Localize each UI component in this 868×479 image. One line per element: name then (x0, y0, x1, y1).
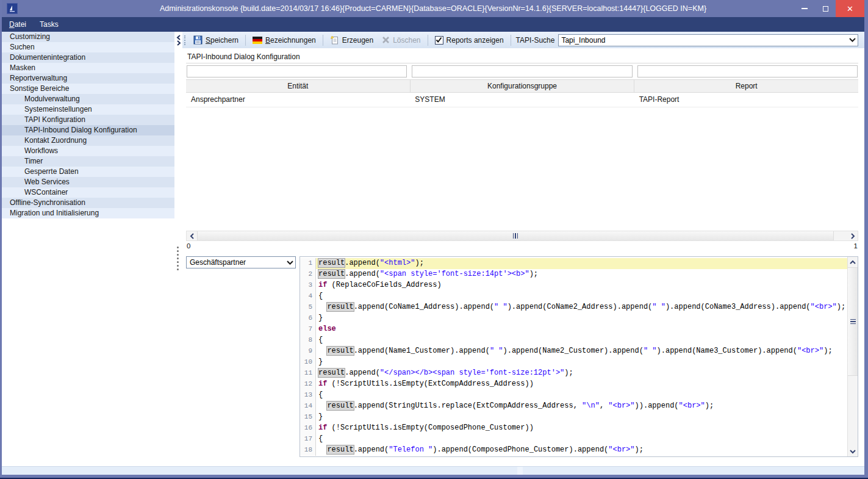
sidebar-splitter[interactable] (174, 32, 182, 466)
floppy-disk-icon (193, 35, 203, 45)
scroll-left-button[interactable] (187, 231, 197, 240)
code-text: if (!ScriptUtils.isEmpty(ExtCompAddress_… (316, 379, 847, 390)
horizontal-scrollbar[interactable] (186, 231, 858, 241)
code-line[interactable]: 8{ (300, 335, 847, 346)
line-number: 14 (300, 401, 316, 412)
sidebar-item[interactable]: Timer (2, 156, 174, 167)
code-text: { (316, 335, 847, 346)
code-line[interactable]: 6} (300, 313, 847, 324)
code-line[interactable]: 5 result.append(CoName1_Address).append(… (300, 302, 847, 313)
code-line[interactable]: 10} (300, 357, 847, 368)
column-header[interactable]: Konfigurationsgruppe (411, 80, 635, 92)
tapi-search-combobox[interactable] (558, 34, 858, 46)
column-header[interactable]: Entität (186, 80, 411, 92)
app-window: Administrationskonsole {build.date=2014/… (0, 0, 868, 478)
table-header-row: EntitätKonfigurationsgruppeReport (186, 79, 858, 93)
code-text: result.append("Telefon ").append(Compose… (316, 445, 847, 456)
sidebar-item[interactable]: Customizing (2, 32, 174, 42)
scroll-right-button[interactable] (847, 231, 858, 240)
sidebar-item[interactable]: Kontakt Zuordnung (2, 135, 174, 146)
close-button[interactable]: ✕ (836, 0, 864, 17)
code-text: result.append(StringUtils.replace(ExtCom… (316, 401, 847, 412)
sidebar-item[interactable]: Reportverwaltung (2, 73, 174, 84)
sidebar-item[interactable]: Gesperrte Daten (2, 167, 174, 177)
column-filter-input-0[interactable] (187, 65, 407, 77)
app-icon (7, 3, 18, 14)
sidebar-item[interactable]: Offline-Synchronisation (2, 198, 174, 208)
maximize-icon (823, 6, 828, 12)
chevron-down-icon (284, 261, 295, 265)
create-button[interactable]: Erzeugen (326, 34, 378, 46)
chevron-left-icon (176, 35, 181, 40)
splitter-grip[interactable] (177, 247, 179, 270)
entity-select-column: Geschäftspartner (186, 256, 296, 466)
toolbar: Speichern Bezeichnungen (182, 32, 864, 48)
delete-button-label: Löschen (393, 36, 420, 45)
menu-item-datei[interactable]: Datei (9, 20, 26, 29)
tapi-search-label: TAPI-Suche (516, 36, 555, 45)
vertical-scrollbar-thumb[interactable] (848, 267, 858, 376)
code-text: result.append(CoName1_Address).append(" … (316, 302, 847, 313)
vertical-scrollbar-track[interactable] (848, 376, 858, 446)
line-number: 18 (300, 445, 316, 456)
entity-select[interactable]: Geschäftspartner (186, 256, 296, 268)
code-line[interactable]: 13{ (300, 390, 847, 401)
sidebar-item[interactable]: Masken (2, 63, 174, 73)
window-controls: ✕ (794, 0, 864, 17)
reports-checkbox[interactable]: Reports anzeigen (431, 34, 508, 46)
code-editor-text-area[interactable]: 1result.append("<html>");2result.append(… (300, 257, 847, 456)
code-line[interactable]: 18 result.append("Telefon ").append(Comp… (300, 445, 847, 456)
code-line[interactable]: 17{ (300, 434, 847, 445)
sidebar-item[interactable]: TAPI Konfiguration (2, 115, 174, 125)
scroll-min-label: 0 (187, 242, 190, 251)
column-header[interactable]: Report (634, 80, 858, 92)
delete-button[interactable]: Löschen (378, 34, 425, 46)
code-line[interactable]: 4{ (300, 291, 847, 302)
horizontal-scrollbar-track[interactable] (834, 231, 847, 240)
maximize-button[interactable] (815, 0, 836, 17)
code-line[interactable]: 1result.append("<html>"); (300, 258, 847, 269)
sidebar-item[interactable]: Workflows (2, 146, 174, 156)
chevron-down-icon[interactable] (847, 38, 858, 42)
code-line[interactable]: 2result.append("<span style='font-size:1… (300, 269, 847, 280)
horizontal-scrollbar-thumb[interactable] (197, 231, 834, 240)
code-editor[interactable]: 1result.append("<html>");2result.append(… (299, 256, 858, 457)
scroll-down-button[interactable] (848, 446, 858, 456)
sidebar-item[interactable]: Dokumentenintegration (2, 52, 174, 63)
sidebar-item[interactable]: Sonstige Bereiche (2, 84, 174, 94)
code-line[interactable]: 7else (300, 324, 847, 335)
line-number: 9 (300, 346, 316, 357)
table-row[interactable]: AnsprechpartnerSYSTEMTAPI-Report (186, 93, 858, 107)
column-filter-input-1[interactable] (412, 65, 632, 77)
menu-item-tasks[interactable]: Tasks (40, 20, 59, 29)
sidebar-item[interactable]: WSContainer (2, 187, 174, 198)
splitter-collapse-buttons[interactable] (174, 35, 182, 46)
panel-heading: TAPI-Inbound Dialog Konfiguration (186, 51, 858, 63)
code-line[interactable]: 15} (300, 412, 847, 423)
code-line[interactable]: 9 result.append(Name1_Customer).append("… (300, 346, 847, 357)
script-editor-panel: Geschäftspartner 1result.append("<html>"… (182, 251, 864, 466)
sidebar-item[interactable]: TAPI-Inbound Dialog Konfiguration (2, 125, 174, 135)
code-line[interactable]: 11result.append("</span></b><span style=… (300, 368, 847, 379)
sidebar-item[interactable]: Systemeinstellungen (2, 104, 174, 115)
save-button[interactable]: Speichern (189, 34, 243, 46)
sidebar-item[interactable]: Migration und Initialisierung (2, 208, 174, 218)
scroll-up-button[interactable] (848, 257, 858, 267)
code-line[interactable]: 12if (!ScriptUtils.isEmpty(ExtCompAddres… (300, 379, 847, 390)
code-text: { (316, 390, 847, 401)
code-line[interactable]: 16if (!ScriptUtils.isEmpty(ComposedPhone… (300, 423, 847, 434)
toolbar-grip[interactable] (184, 35, 187, 45)
code-line[interactable]: 3if (ReplaceCoFields_Address) (300, 280, 847, 291)
statusbar-divider (517, 467, 523, 475)
sidebar-item[interactable]: Web Services (2, 177, 174, 187)
tapi-search-input[interactable] (559, 36, 847, 45)
code-line[interactable]: 14 result.append(StringUtils.replace(Ext… (300, 401, 847, 412)
sidebar: CustomizingSuchenDokumentenintegrationMa… (2, 32, 174, 466)
sidebar-item[interactable]: Suchen (2, 42, 174, 52)
column-filter-input-2[interactable] (637, 65, 858, 77)
vertical-scrollbar[interactable] (847, 257, 858, 456)
sidebar-item[interactable]: Modulverwaltung (2, 94, 174, 104)
toolbar-separator (428, 35, 428, 46)
minimize-button[interactable] (794, 0, 815, 17)
labels-button[interactable]: Bezeichnungen (248, 34, 320, 46)
